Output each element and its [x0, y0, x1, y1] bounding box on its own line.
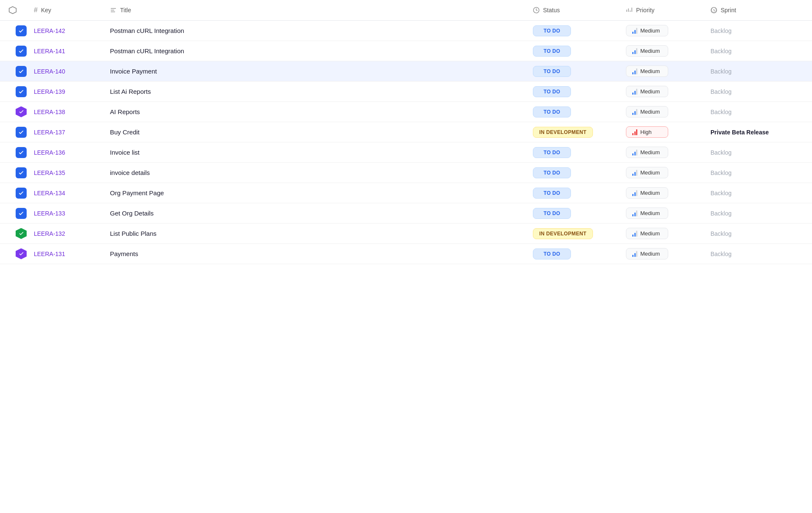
header-status: Status	[533, 7, 626, 14]
row-status[interactable]: TO DO	[533, 188, 626, 199]
priority-badge[interactable]: Medium	[626, 207, 668, 219]
row-priority[interactable]: High	[626, 126, 710, 138]
row-priority[interactable]: Medium	[626, 45, 710, 57]
table-row[interactable]: LEERA-141 Postman cURL Integration TO DO…	[0, 41, 812, 61]
issue-link[interactable]: LEERA-131	[34, 251, 65, 257]
row-status[interactable]: IN DEVELOPMENT	[533, 228, 626, 239]
row-key[interactable]: LEERA-140	[34, 68, 110, 75]
status-badge[interactable]: TO DO	[533, 188, 571, 199]
row-status[interactable]: TO DO	[533, 147, 626, 158]
priority-badge[interactable]: Medium	[626, 228, 668, 239]
issue-link[interactable]: LEERA-142	[34, 27, 65, 34]
row-priority[interactable]: Medium	[626, 248, 710, 259]
row-key[interactable]: LEERA-141	[34, 47, 110, 55]
row-status[interactable]: TO DO	[533, 167, 626, 178]
issue-link[interactable]: LEERA-138	[34, 109, 65, 115]
title-icon	[110, 7, 117, 14]
row-key[interactable]: LEERA-131	[34, 250, 110, 257]
issue-link[interactable]: LEERA-132	[34, 230, 65, 237]
status-badge[interactable]: IN DEVELOPMENT	[533, 127, 593, 138]
row-key[interactable]: LEERA-132	[34, 230, 110, 237]
table-row[interactable]: LEERA-136 Invoice list TO DO Medium Back…	[0, 142, 812, 163]
status-badge[interactable]: TO DO	[533, 248, 571, 259]
sprint-icon	[710, 7, 717, 14]
status-badge[interactable]: TO DO	[533, 208, 571, 219]
status-badge[interactable]: TO DO	[533, 167, 571, 178]
row-priority[interactable]: Medium	[626, 25, 710, 36]
row-status[interactable]: TO DO	[533, 248, 626, 259]
row-priority[interactable]: Medium	[626, 147, 710, 158]
row-key[interactable]: LEERA-135	[34, 169, 110, 176]
priority-badge[interactable]: Medium	[626, 45, 668, 57]
row-priority[interactable]: Medium	[626, 65, 710, 77]
row-priority[interactable]: Medium	[626, 106, 710, 117]
row-title: Org Payment Page	[110, 189, 533, 196]
priority-badge[interactable]: Medium	[626, 167, 668, 178]
row-status[interactable]: TO DO	[533, 25, 626, 36]
status-badge[interactable]: TO DO	[533, 147, 571, 158]
row-key[interactable]: LEERA-137	[34, 128, 110, 136]
row-status[interactable]: TO DO	[533, 86, 626, 97]
priority-badge[interactable]: Medium	[626, 25, 668, 36]
row-key[interactable]: LEERA-138	[34, 108, 110, 115]
table-row[interactable]: LEERA-140 Invoice Payment TO DO Medium B…	[0, 61, 812, 82]
row-status[interactable]: TO DO	[533, 208, 626, 219]
row-priority[interactable]: Medium	[626, 86, 710, 97]
table-row[interactable]: LEERA-134 Org Payment Page TO DO Medium …	[0, 183, 812, 203]
row-key[interactable]: LEERA-136	[34, 149, 110, 156]
row-icon	[8, 208, 34, 219]
row-priority[interactable]: Medium	[626, 207, 710, 219]
row-status[interactable]: TO DO	[533, 46, 626, 57]
table-row[interactable]: LEERA-138 AI Reports TO DO Medium Backlo…	[0, 102, 812, 122]
issue-link[interactable]: LEERA-141	[34, 48, 65, 55]
issue-link[interactable]: LEERA-140	[34, 68, 65, 75]
issue-link[interactable]: LEERA-136	[34, 149, 65, 156]
row-icon	[8, 188, 34, 199]
table-row[interactable]: LEERA-131 Payments TO DO Medium Backlog	[0, 244, 812, 264]
table-row[interactable]: LEERA-142 Postman cURL Integration TO DO…	[0, 21, 812, 41]
row-priority[interactable]: Medium	[626, 228, 710, 239]
table-row[interactable]: LEERA-137 Buy Credit IN DEVELOPMENT High…	[0, 122, 812, 142]
hexagon-icon	[8, 6, 17, 14]
row-priority[interactable]: Medium	[626, 167, 710, 178]
priority-badge[interactable]: Medium	[626, 187, 668, 199]
status-badge[interactable]: TO DO	[533, 46, 571, 57]
table-row[interactable]: LEERA-139 List Ai Reports TO DO Medium B…	[0, 82, 812, 102]
status-badge[interactable]: TO DO	[533, 66, 571, 77]
status-badge[interactable]: TO DO	[533, 86, 571, 97]
issue-link[interactable]: LEERA-134	[34, 190, 65, 196]
priority-badge[interactable]: Medium	[626, 106, 668, 117]
row-priority[interactable]: Medium	[626, 187, 710, 199]
table-row[interactable]: LEERA-133 Get Org Details TO DO Medium B…	[0, 203, 812, 224]
row-sprint: Backlog	[710, 27, 804, 34]
priority-badge[interactable]: High	[626, 126, 668, 138]
row-status[interactable]: IN DEVELOPMENT	[533, 127, 626, 138]
svg-marker-0	[9, 7, 16, 14]
table-row[interactable]: LEERA-135 invoice details TO DO Medium B…	[0, 163, 812, 183]
row-status[interactable]: TO DO	[533, 106, 626, 117]
status-badge[interactable]: TO DO	[533, 25, 571, 36]
check-purple-icon	[16, 248, 27, 259]
row-key[interactable]: LEERA-139	[34, 88, 110, 95]
row-key[interactable]: LEERA-133	[34, 210, 110, 217]
row-sprint: Backlog	[710, 48, 804, 55]
row-icon	[8, 106, 34, 117]
issue-link[interactable]: LEERA-135	[34, 169, 65, 176]
row-key[interactable]: LEERA-134	[34, 189, 110, 196]
row-icon	[8, 46, 34, 57]
priority-badge[interactable]: Medium	[626, 86, 668, 97]
status-label: Status	[543, 7, 560, 14]
check-blue-icon	[16, 66, 27, 77]
table-row[interactable]: LEERA-132 List Public Plans IN DEVELOPME…	[0, 224, 812, 244]
issue-link[interactable]: LEERA-139	[34, 88, 65, 95]
row-title: Invoice Payment	[110, 68, 533, 75]
row-status[interactable]: TO DO	[533, 66, 626, 77]
row-key[interactable]: LEERA-142	[34, 27, 110, 34]
status-badge[interactable]: IN DEVELOPMENT	[533, 228, 593, 239]
issue-link[interactable]: LEERA-133	[34, 210, 65, 217]
status-badge[interactable]: TO DO	[533, 106, 571, 117]
priority-badge[interactable]: Medium	[626, 248, 668, 259]
priority-badge[interactable]: Medium	[626, 147, 668, 158]
issue-link[interactable]: LEERA-137	[34, 129, 65, 136]
priority-badge[interactable]: Medium	[626, 65, 668, 77]
